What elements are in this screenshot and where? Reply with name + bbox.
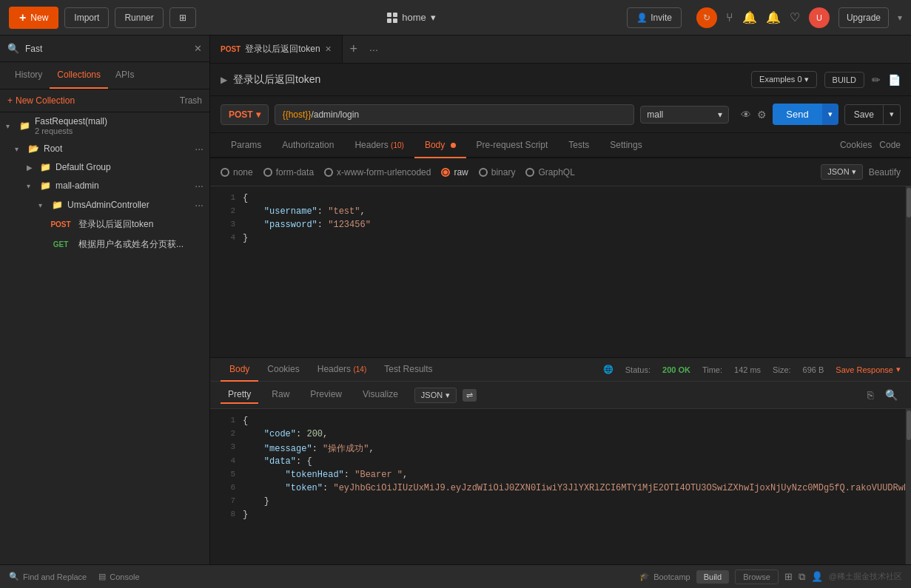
- more-icon[interactable]: ···: [195, 199, 204, 211]
- layout-button[interactable]: ⊞: [169, 7, 196, 28]
- sync-button[interactable]: ↻: [696, 7, 717, 28]
- resp-code-line-7: 7 }: [210, 496, 905, 509]
- radio-urlencoded[interactable]: x-www-form-urlencoded: [324, 167, 431, 178]
- new-button[interactable]: + New: [9, 7, 58, 29]
- fork-icon[interactable]: ⑂: [726, 11, 733, 24]
- chevron-down-icon: ▾: [38, 201, 47, 209]
- workspace-name: home: [402, 12, 426, 23]
- heart-icon[interactable]: ♡: [790, 10, 800, 24]
- default-group-item[interactable]: ▶ 📁 Default Group: [0, 158, 209, 176]
- resp-tab-test-results[interactable]: Test Results: [375, 358, 441, 382]
- collection-item[interactable]: ▾ 📁 FastRequest(mall) 2 requests: [0, 112, 209, 139]
- examples-button[interactable]: Examples 0 ▾: [751, 71, 817, 88]
- request-item-1[interactable]: POST 登录以后返回token: [0, 214, 209, 234]
- save-response-button[interactable]: Save Response ▾: [836, 365, 901, 374]
- new-collection-button[interactable]: + New Collection: [7, 95, 75, 106]
- search-input[interactable]: [25, 44, 188, 54]
- resp-tab-body[interactable]: Body: [221, 358, 258, 382]
- root-folder-item[interactable]: ▾ 📂 Root ···: [0, 139, 209, 158]
- request-code-content[interactable]: 1 { 2 "username": "test", 3 "password": …: [210, 186, 905, 357]
- url-input[interactable]: {{host}} /admin/login: [275, 104, 635, 125]
- trash-button[interactable]: Trash: [180, 95, 202, 106]
- format-select[interactable]: JSON ▾: [821, 164, 862, 180]
- eye-icon[interactable]: 👁: [741, 109, 751, 121]
- more-icon[interactable]: ···: [195, 143, 204, 155]
- import-button[interactable]: Import: [64, 7, 109, 28]
- build-button[interactable]: BUILD: [824, 72, 864, 88]
- environment-select[interactable]: mall ▾: [640, 106, 729, 124]
- cookies-link[interactable]: Cookies: [840, 140, 872, 150]
- workspace-selector[interactable]: home ▾: [387, 12, 436, 23]
- radio-raw[interactable]: raw: [441, 167, 468, 178]
- wrap-button[interactable]: ⇌: [463, 389, 477, 402]
- runner-button[interactable]: Runner: [115, 7, 163, 28]
- body-options: none form-data x-www-form-urlencoded raw…: [210, 158, 911, 186]
- invite-button[interactable]: 👤 Invite: [627, 7, 682, 28]
- find-replace-button[interactable]: 🔍 Find and Replace: [9, 572, 87, 581]
- tab-settings[interactable]: Settings: [599, 133, 652, 158]
- settings-icon[interactable]: ⚙: [757, 109, 767, 121]
- browse-tab-button[interactable]: Browse: [735, 570, 779, 584]
- send-dropdown-button[interactable]: ▾: [822, 104, 838, 125]
- workspace-chevron-icon: ▾: [431, 12, 436, 23]
- resp-fmt-preview[interactable]: Preview: [303, 386, 349, 404]
- radio-graphql[interactable]: GraphQL: [525, 167, 574, 178]
- tab-pre-request[interactable]: Pre-request Script: [466, 133, 559, 158]
- console-button[interactable]: ▤ Console: [98, 572, 139, 581]
- send-button[interactable]: Send: [773, 104, 821, 125]
- response-scrollbar[interactable]: [905, 409, 911, 564]
- columns-icon[interactable]: ⧉: [799, 571, 805, 583]
- radio-dot-none: [221, 168, 229, 177]
- mall-admin-item[interactable]: ▾ 📁 mall-admin ···: [0, 176, 209, 195]
- resp-fmt-pretty[interactable]: Pretty: [221, 386, 258, 404]
- sidebar-tab-history[interactable]: History: [7, 62, 50, 89]
- more-icon[interactable]: ···: [195, 180, 204, 192]
- copy-icon[interactable]: ⎘: [864, 388, 876, 402]
- response-format-select[interactable]: JSON ▾: [414, 388, 457, 403]
- globe-icon[interactable]: 🌐: [603, 365, 614, 374]
- resp-tab-cookies[interactable]: Cookies: [258, 358, 308, 382]
- search-clear-icon[interactable]: ✕: [194, 43, 202, 54]
- avatar[interactable]: U: [809, 7, 830, 28]
- tab-close-icon[interactable]: ✕: [325, 44, 332, 54]
- resp-fmt-raw[interactable]: Raw: [264, 386, 297, 404]
- response-code-content[interactable]: 1 { 2 "code": 200, 3 "message": "操作成功", …: [210, 409, 905, 564]
- method-select[interactable]: POST ▾: [221, 104, 269, 125]
- upgrade-button[interactable]: Upgrade: [838, 7, 889, 28]
- tab-headers[interactable]: Headers (10): [344, 133, 414, 158]
- console-label: Console: [110, 572, 139, 581]
- tab-tests[interactable]: Tests: [558, 133, 599, 158]
- urlencoded-label: x-www-form-urlencoded: [337, 167, 431, 178]
- code-link[interactable]: Code: [879, 140, 901, 150]
- controller-item[interactable]: ▾ 📁 UmsAdminController ···: [0, 195, 209, 214]
- radio-binary[interactable]: binary: [479, 167, 516, 178]
- resp-fmt-visualize[interactable]: Visualize: [355, 386, 406, 404]
- user-icon[interactable]: 👤: [811, 571, 823, 583]
- save-dropdown-button[interactable]: ▾: [884, 104, 901, 125]
- bootcamp-button[interactable]: 🎓 Bootcamp: [639, 572, 690, 581]
- invite-label: Invite: [651, 13, 672, 23]
- search-icon[interactable]: 🔍: [882, 388, 901, 402]
- beautify-button[interactable]: Beautify: [869, 167, 901, 178]
- radio-none[interactable]: none: [221, 167, 253, 178]
- build-tab-button[interactable]: Build: [696, 570, 729, 584]
- notification-icon[interactable]: 🔔: [766, 10, 781, 24]
- tab-authorization[interactable]: Authorization: [272, 133, 344, 158]
- sidebar-tab-collections[interactable]: Collections: [50, 62, 108, 89]
- tab-more-button[interactable]: ···: [365, 44, 383, 55]
- tab-body[interactable]: Body: [414, 133, 466, 158]
- request-tab-active[interactable]: POST 登录以后返回token ✕: [210, 36, 343, 63]
- editor-scrollbar[interactable]: [905, 186, 911, 357]
- save-button[interactable]: Save: [844, 104, 884, 125]
- request-item-2[interactable]: GET 根据用户名或姓名分页获...: [0, 234, 209, 254]
- resp-tab-headers[interactable]: Headers (14): [309, 358, 376, 382]
- bell-icon[interactable]: 🔔: [742, 10, 757, 24]
- tab-add-button[interactable]: +: [343, 41, 366, 57]
- sidebar-tab-apis[interactable]: APIs: [108, 62, 141, 89]
- edit-icon[interactable]: ✏: [872, 74, 881, 86]
- tab-params[interactable]: Params: [221, 133, 272, 158]
- doc-icon[interactable]: 📄: [888, 74, 901, 86]
- radio-form-data[interactable]: form-data: [263, 167, 314, 178]
- grid-icon[interactable]: ⊞: [784, 571, 793, 583]
- expand-icon[interactable]: ▶: [221, 75, 227, 85]
